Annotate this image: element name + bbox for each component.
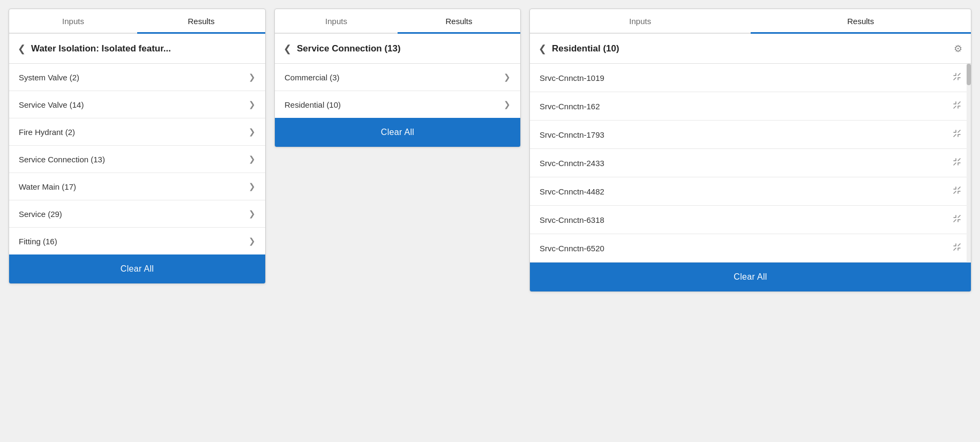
tab-panel3-results[interactable]: Results [751,9,971,34]
tab-panel2-results[interactable]: Results [398,9,520,34]
collapse-icon[interactable] [953,72,961,83]
gear-icon[interactable]: ⚙ [954,43,962,55]
panel-service-connection: Inputs Results ❮ Service Connection (13)… [274,9,521,147]
item-label: Srvc-Cnnctn-2433 [540,159,604,168]
list-item[interactable]: Service (29) ❯ [9,200,265,228]
panel-residential: Inputs Results ❮ Residential (10) ⚙ Srvc… [529,9,971,292]
collapse-icon[interactable] [953,129,961,140]
item-label: Fire Hydrant (2) [19,128,75,137]
tab-panel3-inputs[interactable]: Inputs [530,9,751,34]
panel2-clear-all-button[interactable]: Clear All [275,118,520,147]
panel2-title: Service Connection (13) [297,43,512,54]
item-label: Service (29) [19,209,62,219]
chevron-right-icon: ❯ [249,100,256,109]
collapse-icon[interactable] [953,214,961,225]
list-item[interactable]: Service Valve (14) ❯ [9,91,265,118]
panel3-tabs: Inputs Results [530,9,971,34]
collapse-icon[interactable] [953,158,961,168]
collapse-icon[interactable] [953,243,961,253]
list-item[interactable]: Srvc-Cnnctn-6520 [530,234,971,263]
panel2-tabs: Inputs Results [275,9,520,34]
tab-panel1-results[interactable]: Results [137,9,265,34]
panel1-tabs: Inputs Results [9,9,265,34]
tab-panel1-inputs[interactable]: Inputs [9,9,137,34]
list-item[interactable]: Srvc-Cnnctn-1793 [530,121,971,149]
panel3-header: ❮ Residential (10) ⚙ [530,34,971,64]
list-item[interactable]: Srvc-Cnnctn-6318 [530,206,971,234]
panel1-back-button[interactable]: ❮ [18,43,26,55]
chevron-right-icon: ❯ [504,72,511,82]
chevron-right-icon: ❯ [249,236,256,246]
panel3-title: Residential (10) [552,43,949,54]
item-label: Service Connection (13) [19,155,105,164]
scrollbar-track[interactable] [967,64,971,263]
panel2-back-button[interactable]: ❮ [283,43,291,55]
panel1-title: Water Isolation: Isolated featur... [31,43,257,54]
panel-water-isolation: Inputs Results ❮ Water Isolation: Isolat… [9,9,266,284]
panel3-back-button[interactable]: ❮ [538,43,547,55]
item-label: System Valve (2) [19,73,79,82]
item-label: Srvc-Cnnctn-6318 [540,215,604,224]
list-item[interactable]: Srvc-Cnnctn-4482 [530,177,971,206]
item-label: Srvc-Cnnctn-162 [540,102,600,111]
panel2-header: ❮ Service Connection (13) [275,34,520,64]
list-item[interactable]: Water Main (17) ❯ [9,173,265,200]
list-item[interactable]: Commercial (3) ❯ [275,64,520,91]
list-item[interactable]: Fitting (16) ❯ [9,228,265,254]
scrollbar-thumb[interactable] [967,64,971,85]
panel3-clear-all-button[interactable]: Clear All [530,263,971,291]
list-item[interactable]: System Valve (2) ❯ [9,64,265,91]
item-label: Srvc-Cnnctn-4482 [540,187,604,196]
item-label: Srvc-Cnnctn-6520 [540,244,604,253]
list-item[interactable]: Fire Hydrant (2) ❯ [9,118,265,146]
item-label: Srvc-Cnnctn-1019 [540,73,604,83]
chevron-right-icon: ❯ [249,154,256,164]
item-label: Fitting (16) [19,237,57,246]
panel1-clear-all-button[interactable]: Clear All [9,254,265,283]
list-item[interactable]: Residential (10) ❯ [275,91,520,118]
item-label: Residential (10) [285,100,341,109]
list-item[interactable]: Srvc-Cnnctn-1019 [530,64,971,92]
chevron-right-icon: ❯ [504,100,511,109]
item-label: Srvc-Cnnctn-1793 [540,130,604,139]
chevron-right-icon: ❯ [249,209,256,219]
panel1-header: ❮ Water Isolation: Isolated featur... [9,34,265,64]
collapse-icon[interactable] [953,101,961,111]
chevron-right-icon: ❯ [249,72,256,82]
panel3-list: Srvc-Cnnctn-1019 Srvc-Cnnctn-162 [530,64,971,263]
list-item[interactable]: Srvc-Cnnctn-162 [530,92,971,121]
list-item[interactable]: Srvc-Cnnctn-2433 [530,149,971,177]
panel2-list: Commercial (3) ❯ Residential (10) ❯ [275,64,520,118]
chevron-right-icon: ❯ [249,127,256,137]
chevron-right-icon: ❯ [249,182,256,191]
list-item[interactable]: Service Connection (13) ❯ [9,146,265,173]
panel1-list: System Valve (2) ❯ Service Valve (14) ❯ … [9,64,265,254]
item-label: Service Valve (14) [19,100,84,109]
item-label: Commercial (3) [285,73,340,82]
collapse-icon[interactable] [953,186,961,197]
tab-panel2-inputs[interactable]: Inputs [275,9,398,34]
item-label: Water Main (17) [19,182,76,191]
